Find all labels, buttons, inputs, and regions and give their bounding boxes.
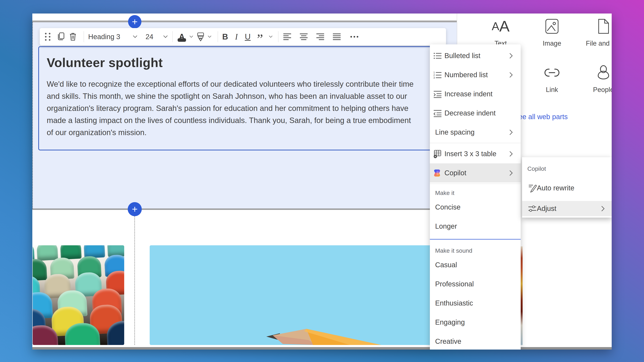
copilot-submenu: Copilot Auto rewrite Adjust — [522, 157, 612, 218]
section-divider-line — [32, 208, 457, 210]
chevron-down-icon[interactable] — [189, 35, 194, 38]
toolbar-divider — [84, 31, 84, 42]
horizontal-scrollbar[interactable] — [32, 347, 612, 350]
menu-item-line-spacing[interactable]: Line spacing — [430, 123, 521, 142]
font-color-button[interactable]: A — [177, 32, 187, 41]
chevron-right-icon — [509, 151, 513, 157]
file-webpart-icon — [586, 17, 612, 35]
underline-button[interactable]: U — [245, 32, 250, 41]
align-right-icon — [316, 33, 325, 40]
webpart-link[interactable]: Link — [534, 64, 570, 94]
toolbar-divider — [172, 31, 173, 42]
trash-icon — [69, 32, 77, 41]
align-left-icon — [283, 33, 292, 40]
article-paragraph: We'd like to recognize the exceptional e… — [47, 78, 419, 139]
menu-item-engaging[interactable]: Engaging — [430, 313, 521, 332]
submenu-item-auto-rewrite[interactable]: Auto rewrite — [522, 179, 612, 197]
menu-item-enthusiastic[interactable]: Enthusiastic — [430, 294, 521, 313]
text-style-value: Heading 3 — [88, 33, 120, 41]
webpart-label: People — [586, 86, 612, 94]
menu-item-decrease-indent[interactable]: Decrease indent — [430, 104, 521, 123]
highlight-color-button[interactable] — [196, 32, 205, 42]
people-webpart-icon — [586, 64, 612, 81]
canvas-top-scrollbar[interactable] — [32, 20, 457, 22]
menu-item-insert-table[interactable]: Insert 3 x 3 table — [430, 144, 521, 163]
bulleted-list-icon — [433, 51, 442, 60]
webpart-people[interactable]: People — [586, 64, 612, 94]
chevron-right-icon — [600, 205, 605, 212]
link-webpart-icon — [534, 64, 570, 81]
toolbar-divider — [218, 31, 218, 42]
copy-icon — [57, 32, 65, 41]
menu-item-creative[interactable]: Creative — [430, 332, 521, 350]
menu-item-bulleted-list[interactable]: Bulleted list — [430, 46, 521, 65]
justify-icon — [332, 33, 341, 40]
text-web-part[interactable]: Volunteer spotlight We'd like to recogni… — [38, 46, 435, 150]
menu-item-concise[interactable]: Concise — [430, 197, 521, 217]
font-size-value: 24 — [146, 33, 153, 41]
webpart-text[interactable]: AA Text — [483, 17, 518, 47]
text-webpart-icon: AA — [483, 17, 518, 35]
add-web-part-button[interactable]: + — [128, 202, 142, 216]
webpart-file-and-media[interactable]: File and Media — [586, 17, 612, 47]
submenu-header-copilot: Copilot — [527, 165, 546, 172]
italic-button[interactable]: I — [235, 32, 238, 41]
image-webpart-icon — [534, 17, 570, 35]
menu-item-copilot[interactable]: Copilot — [430, 163, 521, 182]
hidden-photo-edge — [521, 246, 522, 345]
menu-separator — [430, 143, 521, 143]
menu-section-header-make-it: Make it — [430, 185, 521, 197]
chair-shape — [33, 325, 59, 345]
webpart-image[interactable]: Image — [534, 17, 570, 47]
sharepoint-editor-window: + + Volunteer spotlight We'd like to rec… — [32, 13, 612, 350]
drag-handle-icon[interactable] — [45, 33, 50, 41]
align-right-button[interactable] — [316, 33, 325, 40]
menu-item-increase-indent[interactable]: Increase indent — [430, 84, 521, 104]
svg-text:3: 3 — [433, 76, 435, 79]
see-all-web-parts-link[interactable]: See all web parts — [514, 113, 568, 121]
menu-section-header-make-it-sound: Make it sound — [430, 243, 521, 255]
font-size-dropdown[interactable]: 24 — [146, 33, 168, 41]
chevron-down-icon[interactable] — [208, 35, 212, 38]
auto-rewrite-icon — [528, 183, 537, 192]
adjust-sliders-icon — [528, 204, 537, 213]
add-section-button-top[interactable]: + — [128, 15, 142, 28]
more-options-button[interactable]: ••• — [350, 33, 360, 40]
quote-button[interactable]: ” — [257, 32, 263, 42]
menu-separator — [430, 183, 521, 184]
bold-button[interactable]: B — [222, 32, 228, 41]
menu-separator-blue — [430, 239, 521, 239]
align-left-button[interactable] — [283, 33, 292, 40]
pencil-illustration — [150, 245, 435, 345]
chair-shape — [64, 322, 101, 345]
pencil-photo[interactable] — [150, 245, 435, 345]
menu-item-professional[interactable]: Professional — [430, 274, 521, 294]
column-divider-dashed — [134, 216, 135, 345]
menu-item-longer[interactable]: Longer — [430, 217, 521, 236]
chevron-right-icon — [509, 129, 513, 136]
highlighter-icon — [196, 32, 205, 42]
justify-button[interactable] — [332, 33, 341, 40]
webpart-label: Image — [534, 40, 570, 47]
chevron-down-icon — [163, 35, 168, 38]
align-center-button[interactable] — [299, 33, 308, 40]
chairs-photo[interactable] — [33, 245, 124, 345]
chevron-down-icon[interactable] — [268, 35, 273, 38]
decrease-indent-icon — [433, 109, 442, 118]
font-color-swatch — [178, 38, 186, 42]
webpart-label: Link — [534, 86, 570, 94]
submenu-item-adjust[interactable]: Adjust — [522, 201, 612, 216]
webpart-label: File and Media — [586, 40, 612, 47]
delete-button[interactable] — [69, 32, 77, 41]
text-style-dropdown[interactable]: Heading 3 — [88, 33, 138, 41]
align-center-icon — [299, 33, 308, 40]
duplicate-button[interactable] — [57, 32, 65, 41]
insert-table-icon — [433, 149, 442, 159]
article-title: Volunteer spotlight — [47, 55, 422, 70]
toolbar-divider — [278, 31, 278, 42]
menu-item-casual[interactable]: Casual — [430, 255, 521, 274]
menu-item-numbered-list[interactable]: 123 Numbered list — [430, 65, 521, 84]
text-context-menu: Bulleted list 123 Numbered list Increase… — [430, 44, 521, 350]
chevron-right-icon — [509, 52, 513, 59]
copilot-icon — [433, 169, 442, 178]
